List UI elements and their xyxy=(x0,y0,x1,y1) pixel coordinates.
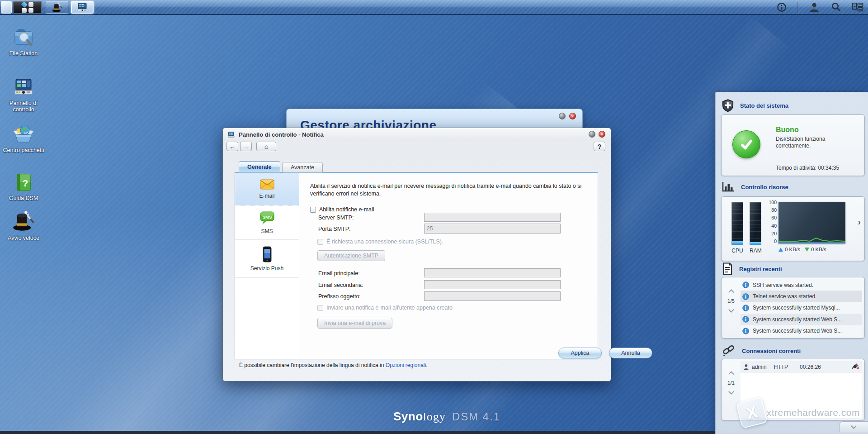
logo-brand-serif: logy xyxy=(423,410,446,424)
regional-options-link[interactable]: Opzioni regionali xyxy=(386,362,426,368)
user-button[interactable] xyxy=(808,1,820,13)
forward-button[interactable]: → xyxy=(240,142,252,151)
file-station-icon xyxy=(13,26,34,48)
info-button[interactable] xyxy=(776,1,788,13)
log-row[interactable]: System successfully started Mysql... xyxy=(741,302,862,314)
ram-label: RAM xyxy=(750,248,761,254)
primary-email-input[interactable] xyxy=(424,268,561,277)
log-row[interactable]: System successfully started Web S... xyxy=(741,325,862,337)
system-uptime: Tempo di attività: 00:34:35 xyxy=(776,165,839,171)
log-list: SSH service was started. Telnet service … xyxy=(741,279,862,336)
dialog-content-panel: E-mail SMS SMS xyxy=(235,172,598,359)
smtp-server-input[interactable] xyxy=(424,213,561,222)
subject-prefix-label: Prefisso oggetto: xyxy=(318,293,361,300)
log-row[interactable]: SSH service was started. xyxy=(741,279,862,291)
desktop-icon-label: Pannello di controllo xyxy=(1,100,46,113)
system-status-card: Buono DiskStation funziona correttamente… xyxy=(721,114,865,176)
recent-logs-header: Registri recenti xyxy=(722,262,782,276)
log-row[interactable]: Telnet service was started. xyxy=(741,291,862,302)
widget-title: Controllo risorse xyxy=(741,184,788,191)
network-traffic-graph xyxy=(778,202,845,243)
secondary-email-label: Email secondaria: xyxy=(318,282,363,288)
desktop-icon-avvio-veloce[interactable]: Avvio veloce xyxy=(1,209,46,241)
desktop-icon-file-station[interactable]: File Station xyxy=(1,26,46,57)
desktop-icon-guida-dsm[interactable]: ? Guida DSM xyxy=(1,172,46,201)
connection-row[interactable]: admin HTTP 00:26:26 xyxy=(741,361,862,373)
desktop-icon-pannello-di-controllo[interactable]: Pannello di controllo xyxy=(1,76,46,113)
desktop-icon-label: Guida DSM xyxy=(9,195,38,201)
nav-item-label: SMS xyxy=(261,228,273,234)
download-arrow-icon xyxy=(805,248,809,252)
widgets-icon xyxy=(852,2,863,12)
sms-icon: SMS xyxy=(259,211,275,225)
log-text: System successfully started Web S... xyxy=(753,316,842,323)
nav-item-label: E-mail xyxy=(259,193,274,199)
taskbar-right xyxy=(776,0,863,14)
desktop: File Station Pannello di controllo xyxy=(0,0,868,434)
dialog-minimize-button[interactable] xyxy=(589,131,595,138)
minimize-button[interactable] xyxy=(559,113,566,119)
smtp-port-label: Porta SMTP: xyxy=(318,226,351,232)
desktop-icon-centro-pacchetti[interactable]: Centro pacchetti xyxy=(1,123,46,153)
page-down-icon[interactable] xyxy=(728,389,734,395)
widget-panel-collapse-tab[interactable] xyxy=(839,421,868,432)
search-button[interactable] xyxy=(830,1,842,13)
subject-prefix-input[interactable] xyxy=(424,291,561,301)
dialog-pannello-di-controllo-notifica: Pannello di controllo - Notifica × ← → ⌂… xyxy=(222,128,611,382)
info-badge-icon xyxy=(742,305,749,311)
nav-item-sms[interactable]: SMS SMS xyxy=(235,205,299,240)
nav-item-email[interactable]: E-mail xyxy=(235,173,299,205)
disconnect-plug-icon xyxy=(851,363,859,370)
page-up-icon[interactable] xyxy=(728,371,734,377)
show-desktop-button[interactable] xyxy=(1,1,12,14)
log-row[interactable]: System successfully started Web S... xyxy=(741,314,862,325)
connections-pager: 1/1 xyxy=(723,372,739,394)
connection-list: admin HTTP 00:26:26 xyxy=(741,361,862,418)
resource-monitor-card[interactable]: CPU RAM 10080 6040 200 0 KB/s 0 KB/s › xyxy=(721,196,865,261)
current-connections-card: 1/1 admin HTTP 00:26:26 xyxy=(721,359,865,420)
info-badge-icon xyxy=(742,316,749,323)
widget-title: Stato del sistema xyxy=(740,102,788,109)
cancel-button[interactable]: Annulla xyxy=(609,348,652,358)
notify-new-user-checkbox xyxy=(317,305,323,311)
back-button[interactable]: ← xyxy=(226,142,238,151)
enable-email-label: Abilita notifiche e-mail xyxy=(319,206,374,213)
ssl-label: È richiesta una connessione sicura (SSL/… xyxy=(326,238,443,245)
dialog-titlebar[interactable]: Pannello di controllo - Notifica × xyxy=(223,128,611,141)
nav-item-servizio-push[interactable]: Servizio Push xyxy=(235,240,299,278)
open-resource-monitor-chevron[interactable]: › xyxy=(858,217,861,227)
ssl-checkbox xyxy=(317,239,323,245)
page-indicator: 1/1 xyxy=(727,380,735,386)
main-menu-button[interactable] xyxy=(13,1,42,14)
tab-generale[interactable]: Generale xyxy=(239,161,280,172)
widgets-toggle-button[interactable] xyxy=(852,1,863,13)
help-button[interactable]: ? xyxy=(594,142,605,151)
control-panel-icon xyxy=(76,1,88,13)
page-down-icon[interactable] xyxy=(728,307,734,313)
main-menu-icon xyxy=(21,2,33,13)
taskbar-task-avvio-veloce[interactable] xyxy=(46,1,68,14)
dialog-close-button[interactable]: × xyxy=(599,131,605,138)
home-button[interactable]: ⌂ xyxy=(256,142,276,151)
smtp-port-input[interactable] xyxy=(424,224,561,234)
network-graph-axis: 10080 6040 200 xyxy=(763,200,777,244)
page-up-icon[interactable] xyxy=(728,289,734,295)
tab-avanzate[interactable]: Avanzate xyxy=(282,162,323,172)
widget-title: Connessioni correnti xyxy=(742,348,801,354)
taskbar xyxy=(0,0,868,15)
disconnect-button[interactable] xyxy=(851,363,859,371)
smtp-auth-button: Autenticazione SMTP xyxy=(317,250,385,261)
log-document-icon xyxy=(722,262,733,275)
enable-email-checkbox[interactable] xyxy=(310,207,316,213)
dsm-logo: Synology DSM 4.1 xyxy=(393,410,500,424)
info-badge-icon xyxy=(742,281,749,288)
connection-protocol: HTTP xyxy=(774,364,788,370)
close-button[interactable]: × xyxy=(569,113,576,119)
apply-button[interactable]: Applica xyxy=(558,348,602,358)
control-panel-icon xyxy=(13,76,34,98)
taskbar-task-pannello-di-controllo[interactable] xyxy=(71,1,94,14)
secondary-email-input[interactable] xyxy=(424,280,561,289)
dialog-toolbar: ← → ⌂ xyxy=(226,142,276,153)
log-text: Telnet service was started. xyxy=(753,293,816,300)
desktop-icon-label: File Station xyxy=(9,50,38,57)
